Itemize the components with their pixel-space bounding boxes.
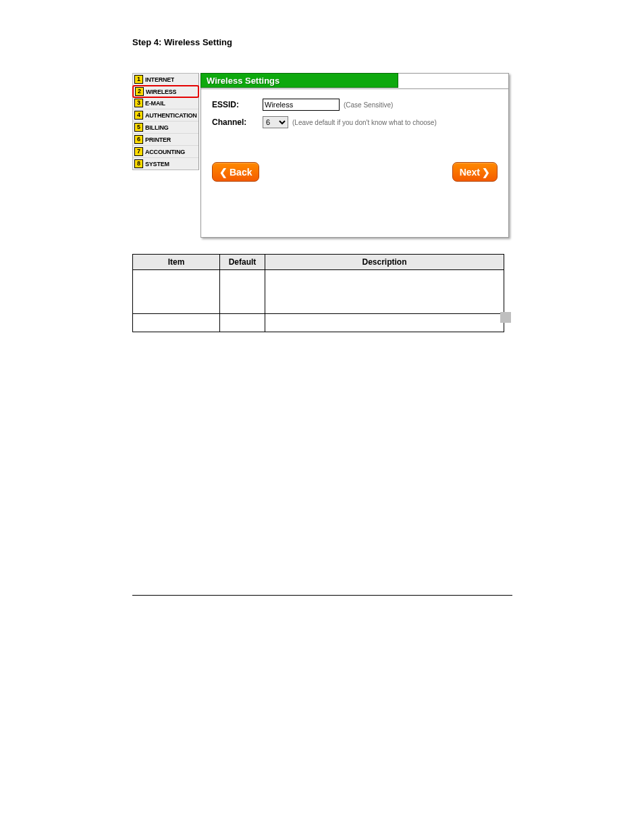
channel-select[interactable]: 6 [263, 116, 288, 128]
sidebar-item-email[interactable]: 3 E-MAIL [133, 97, 198, 109]
channel-label: Channel: [212, 118, 263, 127]
table-row [133, 314, 504, 332]
channel-hint: (Leave default if you don't know what to… [292, 119, 437, 126]
essid-input[interactable] [263, 99, 340, 111]
sidebar-item-label: E-MAIL [145, 100, 165, 107]
th-description: Description [265, 255, 504, 270]
sidebar-item-authentication[interactable]: 4 AUTHENTICATION [133, 109, 198, 122]
step-number: 6 [134, 135, 143, 144]
table-row [133, 270, 504, 314]
step-title: Step 4: Wireless Setting [132, 37, 512, 47]
step-number: 5 [134, 123, 143, 132]
next-button-label: Next [460, 167, 480, 178]
tab-bar: Wireless Settings [201, 74, 508, 89]
sidebar-item-label: AUTHENTICATION [145, 112, 197, 119]
description-table: Item Default Description [132, 254, 504, 332]
page-number-box [500, 312, 511, 323]
step-number: 3 [134, 99, 143, 107]
wizard-sidebar: 1 INTERNET 2 WIRELESS 3 E-MAIL 4 AUTHENT… [132, 73, 199, 170]
th-item: Item [133, 255, 220, 270]
sidebar-item-internet[interactable]: 1 INTERNET [133, 74, 198, 86]
tab-wireless-settings[interactable]: Wireless Settings [200, 73, 398, 88]
sidebar-item-label: PRINTER [145, 136, 171, 143]
sidebar-item-label: INTERNET [145, 76, 174, 83]
sidebar-item-label: ACCOUNTING [145, 149, 185, 155]
sidebar-item-system[interactable]: 8 SYSTEM [133, 158, 198, 170]
footer-divider [132, 595, 512, 596]
step-number: 7 [134, 147, 143, 156]
sidebar-item-label: BILLING [145, 124, 169, 131]
back-button[interactable]: ❮ Back [212, 162, 259, 182]
chevron-left-icon: ❮ [219, 167, 227, 177]
sidebar-item-wireless[interactable]: 2 WIRELESS [132, 85, 199, 98]
sidebar-item-label: WIRELESS [146, 88, 176, 95]
sidebar-item-accounting[interactable]: 7 ACCOUNTING [133, 146, 198, 158]
step-number: 2 [135, 87, 144, 96]
th-default: Default [220, 255, 265, 270]
step-number: 4 [134, 111, 143, 120]
sidebar-item-label: SYSTEM [145, 161, 169, 167]
sidebar-item-billing[interactable]: 5 BILLING [133, 122, 198, 134]
sidebar-item-printer[interactable]: 6 PRINTER [133, 134, 198, 146]
chevron-right-icon: ❯ [482, 167, 490, 177]
essid-hint: (Case Sensitive) [344, 101, 393, 109]
essid-label: ESSID: [212, 100, 263, 109]
step-number: 1 [134, 75, 143, 84]
tab-title: Wireless Settings [207, 76, 279, 86]
step-number: 8 [134, 159, 143, 168]
back-button-label: Back [230, 167, 252, 178]
next-button[interactable]: Next ❯ [452, 162, 498, 182]
settings-panel: Wireless Settings ESSID: (Case Sensitive… [200, 73, 509, 238]
